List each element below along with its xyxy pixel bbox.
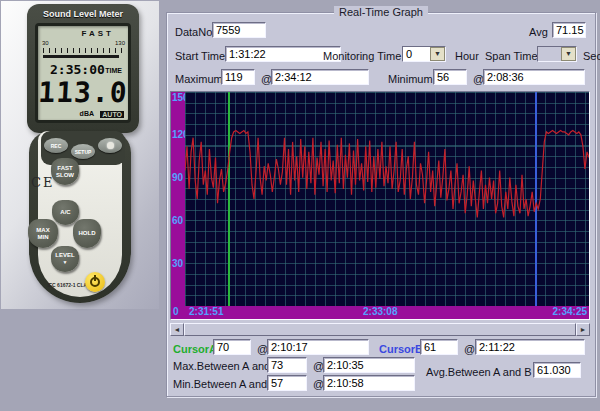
avg-between-label: Avg.Between A and B xyxy=(426,366,532,378)
scroll-right-arrow-icon[interactable]: ► xyxy=(576,323,590,336)
min-between-time-field[interactable]: 2:10:58 xyxy=(323,375,415,391)
slow-label: SLOW xyxy=(56,172,74,179)
scrollbar-thumb[interactable] xyxy=(184,323,576,336)
backlight-button[interactable] xyxy=(98,138,122,153)
span-time-dropdown[interactable]: ▼ xyxy=(537,46,577,62)
lcd-mode-label: FAST xyxy=(82,29,114,38)
y-tick-90: 90 xyxy=(172,172,183,183)
min-label: MIN xyxy=(38,234,49,241)
real-time-graph-panel: Real-Time Graph DataNo. 7559 Avg 71.15 S… xyxy=(166,12,596,397)
plot-area xyxy=(185,92,589,306)
y-tick-30: 30 xyxy=(172,258,183,269)
backlight-icon xyxy=(107,142,114,149)
cursor-b-field[interactable]: 61 xyxy=(420,339,458,355)
rec-button[interactable]: REC xyxy=(44,138,68,153)
lcd-time-value: 2:35:00 xyxy=(50,62,105,77)
cursor-b-label: CursorB xyxy=(379,343,423,355)
lcd-scale-ticks xyxy=(43,48,123,53)
minimum-time-field[interactable]: 2:08:36 xyxy=(483,69,585,85)
signal-svg xyxy=(185,92,589,306)
fast-label: FAST xyxy=(57,165,72,172)
max-between-field[interactable]: 73 xyxy=(267,357,307,373)
monitoring-time-value: 0 xyxy=(406,48,412,60)
level-down-arrow-icon: ▼ xyxy=(63,259,68,266)
minimum-label: Minimum xyxy=(388,73,433,85)
lcd-scale-min: 30 xyxy=(42,40,49,46)
x-axis-strip: 0 2:31:51 2:33:08 2:34:25 xyxy=(171,306,589,319)
at-sign-4: @ xyxy=(464,343,475,355)
max-between-time-field[interactable]: 2:10:35 xyxy=(323,357,415,373)
cursor-b-time-field[interactable]: 2:11:22 xyxy=(475,339,585,355)
x-origin-label: 0 xyxy=(173,306,179,317)
maximum-time-field[interactable]: 2:34:12 xyxy=(271,69,369,85)
panel-title: Real-Time Graph xyxy=(334,6,428,18)
monitoring-time-dropdown[interactable]: 0 ▼ xyxy=(402,46,446,62)
hold-button[interactable]: HOLD xyxy=(73,219,101,248)
power-icon xyxy=(90,277,100,287)
data-no-field[interactable]: 7559 xyxy=(212,22,266,38)
lcd-auto-badge: AUTO xyxy=(100,111,124,118)
max-between-label: Max.Between A and xyxy=(173,360,270,372)
cursor-a-field[interactable]: 70 xyxy=(213,339,251,355)
sound-level-meter-photo: Sound Level Meter FAST 30 130 2:35:00 TI… xyxy=(1,1,159,309)
scroll-left-arrow-icon[interactable]: ◄ xyxy=(170,323,184,336)
maximum-field[interactable]: 119 xyxy=(221,69,255,85)
setup-button-label: SETUP xyxy=(75,149,92,155)
device-brand-label: Sound Level Meter xyxy=(27,9,139,19)
lcd-reading-value: 113.0 xyxy=(37,76,129,109)
avg-field[interactable]: 71.15 xyxy=(552,22,586,38)
ac-button[interactable]: A/C xyxy=(52,200,79,225)
lcd-scale-max: 130 xyxy=(115,40,125,46)
monitoring-dropdown-arrow-icon[interactable]: ▼ xyxy=(430,47,445,61)
span-time-label: Span Time xyxy=(485,50,538,62)
y-tick-60: 60 xyxy=(172,215,183,226)
min-between-field[interactable]: 57 xyxy=(267,375,307,391)
maximum-label: Maximum xyxy=(175,73,223,85)
power-button[interactable] xyxy=(85,272,105,292)
setup-button[interactable]: SETUP xyxy=(71,144,95,159)
ac-label: A/C xyxy=(60,209,70,216)
hour-label: Hour xyxy=(455,50,479,62)
device-lcd: FAST 30 130 2:35:00 TIME 113.0 dBA AUTO xyxy=(35,23,131,123)
max-min-button[interactable]: MAX MIN xyxy=(28,219,58,248)
ce-mark: CE xyxy=(31,175,54,190)
hold-label: HOLD xyxy=(79,230,96,237)
level-button[interactable]: LEVEL ▼ xyxy=(51,246,79,272)
screenshot-root: Sound Level Meter FAST 30 130 2:35:00 TI… xyxy=(0,0,600,411)
level-label: LEVEL xyxy=(55,252,74,259)
rec-button-label: REC xyxy=(51,143,62,149)
real-time-chart: 150 120 90 60 30 0 2:31:51 2:33:08 2:34:… xyxy=(170,91,590,320)
avg-label: Avg xyxy=(529,26,548,38)
graph-horizontal-scrollbar[interactable]: ◄ ► xyxy=(170,323,590,336)
min-between-label: Min.Between A and B xyxy=(173,378,278,390)
lcd-time-label: TIME xyxy=(105,67,122,74)
x-tick-end: 2:34:25 xyxy=(553,306,587,317)
start-time-label: Start Time xyxy=(175,50,225,62)
monitoring-time-label: Monitoring Time xyxy=(323,50,401,62)
fast-slow-button[interactable]: FAST SLOW xyxy=(51,158,79,185)
sec-label: Sec xyxy=(583,50,600,62)
cursor-a-time-field[interactable]: 2:10:17 xyxy=(267,339,369,355)
signal-line xyxy=(185,131,589,218)
data-no-label: DataNo. xyxy=(175,26,215,38)
x-tick-middle: 2:33:08 xyxy=(363,306,397,317)
y-axis-strip: 150 120 90 60 30 xyxy=(171,92,185,306)
lcd-unit-label: dBA xyxy=(80,110,94,117)
lcd-bargraph xyxy=(43,55,119,58)
span-dropdown-arrow-icon[interactable]: ▼ xyxy=(561,47,576,61)
x-tick-start: 2:31:51 xyxy=(189,306,223,317)
avg-between-field[interactable]: 61.030 xyxy=(533,362,581,378)
minimum-field[interactable]: 56 xyxy=(433,69,467,85)
cursor-a-label: CursorA xyxy=(173,343,217,355)
max-label: MAX xyxy=(36,227,49,234)
